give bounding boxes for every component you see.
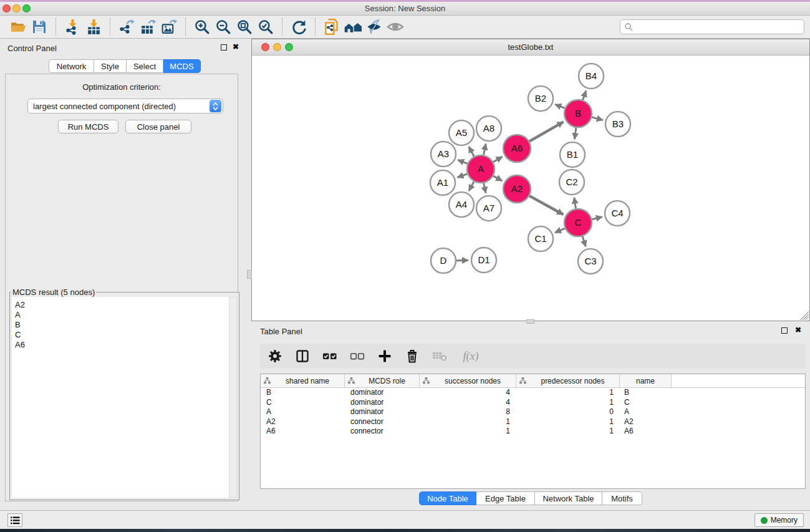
delete-column-icon[interactable] bbox=[405, 349, 420, 364]
graph-node-C4[interactable]: C4 bbox=[605, 201, 630, 226]
table-row[interactable]: Adominator80A bbox=[261, 407, 805, 417]
graph-edge-A-A7[interactable] bbox=[484, 183, 486, 193]
graph-node-B[interactable]: B bbox=[564, 100, 592, 127]
settings-gear-icon[interactable] bbox=[268, 349, 282, 364]
graph-edge-A-A2[interactable] bbox=[493, 176, 502, 181]
memory-button[interactable]: Memory bbox=[755, 513, 804, 527]
table-cell[interactable]: A2 bbox=[261, 417, 345, 427]
graph-edge-B-B2[interactable] bbox=[555, 104, 564, 108]
graph-edge-A-A1[interactable] bbox=[458, 174, 468, 178]
graph-edge-A2-C[interactable] bbox=[529, 196, 563, 215]
tab-mcds[interactable]: MCDS bbox=[163, 59, 201, 73]
mcds-result-item[interactable]: A6 bbox=[12, 340, 229, 350]
table-cell[interactable]: A bbox=[261, 407, 345, 417]
table-row[interactable]: Bdominator41B bbox=[261, 388, 805, 398]
run-mcds-button[interactable]: Run MCDS bbox=[58, 120, 118, 133]
search-input[interactable] bbox=[620, 19, 804, 34]
graph-node-B1[interactable]: B1 bbox=[560, 142, 585, 167]
graph-node-A[interactable]: A bbox=[467, 155, 494, 183]
graph-node-D1[interactable]: D1 bbox=[471, 248, 496, 273]
select-all-icon[interactable] bbox=[322, 349, 337, 364]
table-row[interactable]: Cdominator41C bbox=[261, 398, 805, 408]
graph-node-A4[interactable]: A4 bbox=[449, 192, 474, 217]
graph-edge-C-C4[interactable] bbox=[592, 217, 602, 220]
table-cell[interactable]: 1 bbox=[420, 427, 516, 437]
save-session-icon[interactable] bbox=[29, 17, 50, 36]
graph-edge-A-A8[interactable] bbox=[484, 144, 486, 155]
tab-node-table[interactable]: Node Table bbox=[419, 491, 476, 505]
graph-node-C3[interactable]: C3 bbox=[578, 249, 603, 274]
refresh-icon[interactable] bbox=[288, 17, 309, 36]
mcds-result-item[interactable]: A2 bbox=[12, 300, 229, 310]
tab-style[interactable]: Style bbox=[94, 59, 127, 73]
mcds-result-list[interactable]: A2ABCA6 bbox=[12, 297, 229, 498]
table-cell[interactable]: C bbox=[620, 398, 672, 408]
column-header-MCDS-role[interactable]: MCDS role bbox=[345, 374, 420, 387]
split-columns-icon[interactable] bbox=[295, 349, 310, 364]
graph-edge-B-B1[interactable] bbox=[574, 128, 576, 139]
tab-network[interactable]: Network bbox=[49, 59, 94, 73]
graph-node-B4[interactable]: B4 bbox=[579, 64, 604, 89]
graph-edge-C-C3[interactable] bbox=[582, 236, 586, 246]
graph-edge-A-A6[interactable] bbox=[493, 157, 503, 162]
graph-node-B3[interactable]: B3 bbox=[605, 112, 630, 137]
mcds-result-item[interactable]: C bbox=[12, 330, 229, 340]
table-cell[interactable]: dominator bbox=[345, 388, 420, 398]
table-cell[interactable]: 1 bbox=[516, 398, 620, 408]
zoom-in-icon[interactable] bbox=[191, 17, 213, 36]
criterion-dropdown[interactable]: largest connected component (directed) bbox=[27, 99, 223, 114]
table-cell[interactable]: 1 bbox=[420, 417, 516, 427]
first-neighbors-icon[interactable] bbox=[342, 17, 364, 36]
graph-node-A2[interactable]: A2 bbox=[503, 175, 531, 203]
tab-select[interactable]: Select bbox=[127, 59, 163, 73]
search-field[interactable] bbox=[634, 21, 804, 32]
tab-motifs[interactable]: Motifs bbox=[602, 491, 642, 505]
zoom-out-icon[interactable] bbox=[213, 17, 234, 36]
network-canvas[interactable]: B4B2BB3A8A5A6A3B1AC2A1A2A4A7C4CC1DD1C3 bbox=[252, 56, 809, 321]
table-cell[interactable]: connector bbox=[345, 427, 420, 437]
graph-node-C2[interactable]: C2 bbox=[559, 170, 584, 195]
graph-edge-C-C1[interactable] bbox=[555, 228, 565, 233]
graph-node-A5[interactable]: A5 bbox=[449, 120, 474, 145]
result-list-scrollbar[interactable] bbox=[229, 297, 237, 498]
duplicate-network-icon[interactable] bbox=[321, 17, 342, 36]
column-header-name[interactable]: name bbox=[620, 374, 672, 387]
deselect-all-icon[interactable] bbox=[350, 349, 365, 364]
table-cell[interactable]: A6 bbox=[261, 427, 345, 437]
graph-node-D[interactable]: D bbox=[431, 248, 456, 273]
mcds-result-item[interactable]: A bbox=[12, 310, 229, 320]
table-cell[interactable]: 4 bbox=[420, 388, 516, 398]
graph-edge-B-B3[interactable] bbox=[592, 117, 603, 120]
hide-details-icon[interactable] bbox=[364, 17, 385, 36]
float-table-panel-icon[interactable] bbox=[781, 327, 788, 334]
graph-edge-B-B4[interactable] bbox=[583, 91, 586, 100]
mcds-result-item[interactable]: B bbox=[12, 320, 229, 330]
table-cell[interactable]: 4 bbox=[420, 398, 516, 408]
tab-network-table[interactable]: Network Table bbox=[535, 491, 602, 505]
close-panel-button[interactable]: Close panel bbox=[125, 120, 191, 133]
export-network-icon[interactable] bbox=[116, 17, 137, 36]
table-cell[interactable]: 1 bbox=[516, 417, 620, 427]
zoom-selected-icon[interactable] bbox=[255, 17, 276, 36]
graph-edge-A6-B[interactable] bbox=[529, 122, 564, 141]
graph-edge-C-C2[interactable] bbox=[574, 198, 576, 209]
column-header-successor-nodes[interactable]: successor nodes bbox=[420, 374, 516, 387]
table-cell[interactable]: A6 bbox=[620, 427, 672, 437]
table-cell[interactable]: A bbox=[620, 407, 672, 417]
close-table-panel-icon[interactable]: ✖ bbox=[795, 326, 801, 334]
float-panel-icon[interactable] bbox=[221, 44, 227, 51]
graph-node-B2[interactable]: B2 bbox=[528, 86, 553, 111]
column-header-shared-name[interactable]: shared name bbox=[261, 374, 345, 387]
add-column-icon[interactable] bbox=[377, 349, 392, 364]
table-cell[interactable]: C bbox=[261, 398, 345, 408]
panel-divider-handle[interactable] bbox=[247, 270, 252, 279]
table-cell[interactable]: 1 bbox=[516, 388, 620, 398]
graph-node-A3[interactable]: A3 bbox=[431, 142, 456, 167]
import-network-icon[interactable] bbox=[62, 17, 83, 36]
graph-node-A1[interactable]: A1 bbox=[430, 170, 455, 195]
table-cell[interactable]: dominator bbox=[345, 398, 420, 408]
table-row[interactable]: A6connector11A6 bbox=[261, 427, 805, 437]
open-session-icon[interactable] bbox=[7, 17, 29, 36]
table-cell[interactable]: B bbox=[620, 388, 672, 398]
graph-edge-A-A4[interactable] bbox=[469, 181, 474, 191]
